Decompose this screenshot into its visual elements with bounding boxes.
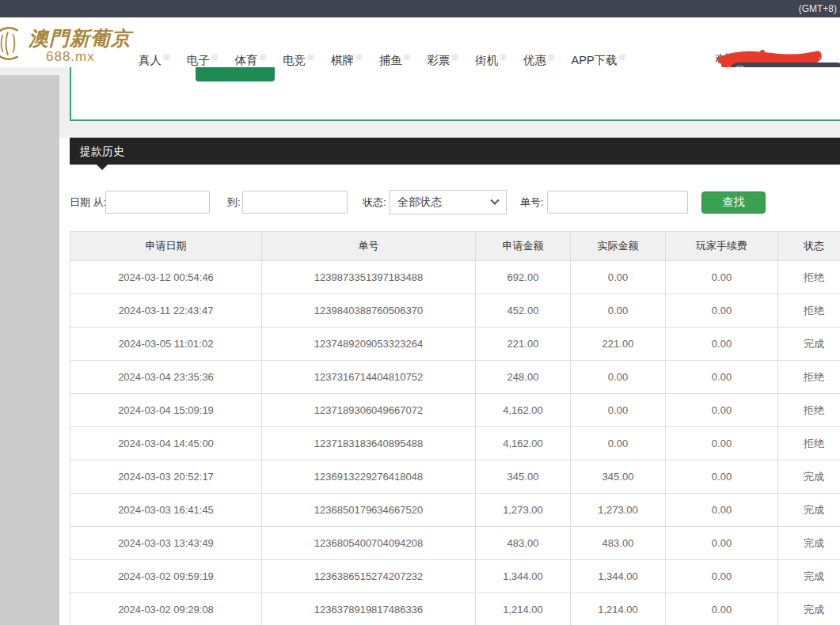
status-select[interactable]: 全部状态 [390,190,507,214]
data-cell: 0.00 [666,560,778,593]
search-button[interactable]: 查找 [701,191,766,214]
status-cell: 拒绝 [778,261,840,294]
nav-item-3[interactable]: 电竞◎ [283,52,314,68]
table-row: 2024-03-02 09:59:1912363865152742072321,… [70,560,840,593]
column-header: 申请日期 [70,232,262,261]
site-header: 澳門新葡京 688.mx 真人◎电子◎体育◎电竞◎棋牌◎捕鱼◎彩票◎街机◎优惠◎… [0,17,840,67]
data-cell: 248.00 [476,361,571,394]
data-cell: 0.00 [666,361,778,394]
withdraw-form-box [70,67,840,121]
table-row: 2024-03-03 13:43:49123680540070409420848… [70,527,840,560]
data-cell: 1,344.00 [476,560,571,593]
data-cell: 0.00 [571,427,666,460]
data-cell: 1,273.00 [571,494,666,527]
table-body: 2024-03-12 00:54:46123987335139718348869… [70,261,840,625]
withdraw-history-table: 申请日期单号申请金额实际金额玩家手续费状态 2024-03-12 00:54:4… [70,231,840,625]
nav-item-7[interactable]: 街机◎ [475,52,507,68]
section-title-bar: 提款历史 [70,138,840,165]
data-cell: 692.00 [476,261,571,294]
table-row: 2024-03-11 22:43:47123984038876050637045… [70,294,840,328]
status-cell: 拒绝 [778,427,840,460]
data-cell: 4,162.00 [476,394,571,427]
data-cell: 1239840388760506370 [262,294,476,328]
nav-badge-icon: ◎ [355,52,363,61]
data-cell: 0.00 [666,460,778,494]
data-cell: 2024-03-03 13:43:49 [70,527,262,560]
table-row: 2024-03-03 20:52:17123691322927641804834… [70,460,840,494]
nav-item-6[interactable]: 彩票◎ [427,52,458,68]
page: (GMT+8) 2 澳門新葡京 688.mx 真人◎电子◎体育◎电竞◎棋牌◎捕鱼… [0,0,840,625]
section-title: 提款历史 [80,145,124,157]
data-cell: 1236805400704094208 [262,527,476,560]
nav-item-label: 电竞 [283,54,306,66]
data-cell: 0.00 [666,593,778,625]
table-row: 2024-03-04 23:35:36123731671440481075224… [70,361,840,394]
withdraw-submit-button[interactable] [196,67,275,81]
nav-badge-icon: ◎ [307,52,314,61]
nav-badge-icon: ◎ [211,52,219,61]
nav-badge-icon: ◎ [619,52,626,61]
order-number-label: 单号: [520,190,544,214]
data-cell: 1236378919817486336 [262,593,476,625]
status-cell: 完成 [778,593,840,625]
data-cell: 483.00 [571,527,666,560]
table-header-row: 申请日期单号申请金额实际金额玩家手续费状态 [70,232,840,261]
nav-item-label: 体育 [234,54,257,66]
nav-item-0[interactable]: 真人◎ [139,52,170,68]
section-pointer-triangle [97,165,108,170]
data-cell: 2024-03-12 00:54:46 [70,261,262,294]
nav-item-label: APP下载 [572,54,618,66]
status-cell: 完成 [778,494,840,527]
nav-item-9[interactable]: APP下载◎ [572,52,626,68]
data-cell: 1,214.00 [476,593,571,625]
nav-item-2[interactable]: 体育◎ [234,52,266,68]
data-cell: 0.00 [666,427,778,460]
data-cell: 2024-03-03 20:52:17 [70,460,262,494]
data-cell: 0.00 [666,261,778,294]
date-from-input[interactable] [105,191,210,214]
left-background-gutter [0,75,59,625]
data-cell: 0.00 [666,494,778,527]
nav-item-4[interactable]: 棋牌◎ [331,52,363,68]
nav-item-label: 电子 [187,54,210,66]
site-logo[interactable]: 澳門新葡京 688.mx [0,19,135,66]
status-cell: 完成 [778,328,840,361]
nav-item-8[interactable]: 优惠◎ [523,52,555,68]
data-cell: 483.00 [476,527,571,560]
data-cell: 1,273.00 [476,494,571,527]
data-cell: 221.00 [571,328,666,361]
table-row: 2024-03-04 15:09:1912371893060496670724,… [70,394,840,427]
data-cell: 2024-03-05 11:01:02 [70,328,262,361]
nav-item-label: 棋牌 [331,54,354,66]
status-cell: 拒绝 [778,361,840,394]
nav-item-1[interactable]: 电子◎ [187,52,219,68]
nav-item-label: 优惠 [523,54,546,66]
data-cell: 0.00 [666,394,778,427]
order-number-input[interactable] [547,191,688,214]
nav-item-label: 街机 [475,54,498,66]
topbar: (GMT+8) 2 [0,0,840,17]
date-to-input[interactable] [242,191,348,214]
column-header: 申请金额 [476,232,571,261]
data-cell: 2024-03-02 09:59:19 [70,560,262,593]
table-row: 2024-03-12 00:54:46123987335139718348869… [70,261,840,294]
data-cell: 2024-03-02 09:29:08 [70,593,262,625]
status-cell: 完成 [778,527,840,560]
data-cell: 1237489209053323264 [262,328,476,361]
data-cell: 0.00 [571,261,666,294]
data-cell: 1,214.00 [571,593,666,625]
data-cell: 1237316714404810752 [262,361,476,394]
data-cell: 4,162.00 [476,427,571,460]
data-cell: 2024-03-04 14:45:00 [70,427,262,460]
data-cell: 0.00 [571,394,666,427]
nav-item-5[interactable]: 捕鱼◎ [379,52,411,68]
column-header: 玩家手续费 [666,232,778,261]
data-cell: 345.00 [571,460,666,494]
data-cell: 221.00 [476,328,571,361]
data-cell: 0.00 [571,361,666,394]
data-cell: 2024-03-04 15:09:19 [70,394,262,427]
data-cell: 2024-03-04 23:35:36 [70,361,262,394]
logo-domain: 688.mx [46,49,95,65]
table-row: 2024-03-05 11:01:02123748920905332326422… [70,328,840,361]
data-cell: 1236850179634667520 [262,494,476,527]
